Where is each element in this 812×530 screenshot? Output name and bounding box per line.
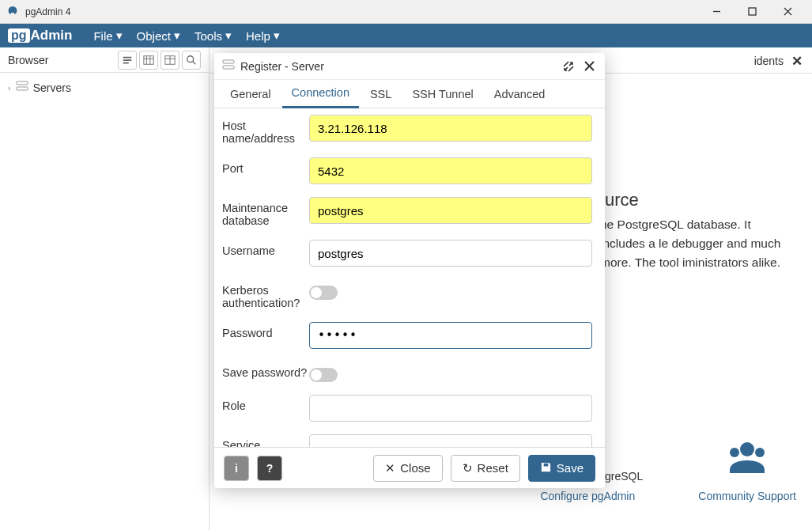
kerberos-toggle[interactable] bbox=[309, 286, 338, 300]
label-host: Host name/address bbox=[222, 115, 309, 145]
menu-help[interactable]: Help▾ bbox=[239, 25, 287, 46]
menu-file[interactable]: File▾ bbox=[86, 25, 129, 46]
svg-rect-14 bbox=[17, 87, 28, 90]
reset-button[interactable]: ↻ Reset bbox=[451, 455, 520, 482]
menubar: pgAdmin File▾ Object▾ Tools▾ Help▾ bbox=[0, 24, 812, 47]
svg-rect-24 bbox=[223, 60, 234, 63]
app-icon bbox=[6, 6, 19, 18]
svg-point-23 bbox=[755, 448, 765, 457]
filter-rows-button[interactable] bbox=[161, 51, 179, 70]
users-icon bbox=[725, 437, 769, 483]
svg-point-11 bbox=[187, 55, 194, 62]
port-input[interactable] bbox=[309, 157, 592, 184]
chevron-down-icon: ▾ bbox=[174, 28, 180, 43]
svg-rect-13 bbox=[17, 81, 28, 85]
tab-general[interactable]: General bbox=[221, 81, 281, 108]
tab-ssl[interactable]: SSL bbox=[361, 81, 401, 108]
svg-line-12 bbox=[193, 61, 196, 64]
username-input[interactable] bbox=[309, 240, 592, 267]
svg-point-21 bbox=[740, 442, 754, 456]
tree-node-label: Servers bbox=[33, 81, 71, 94]
welcome-desc-fragment: he PostgreSQL database. It includes a le… bbox=[600, 215, 798, 272]
maximize-button[interactable] bbox=[735, 0, 770, 24]
register-server-dialog: Register - Server General Connection SSL… bbox=[214, 53, 605, 488]
info-button[interactable]: i bbox=[224, 456, 249, 481]
dialog-expand-button[interactable] bbox=[561, 59, 576, 74]
save-button[interactable]: Save bbox=[528, 455, 595, 482]
server-group-icon bbox=[16, 81, 28, 94]
password-input[interactable] bbox=[309, 322, 592, 349]
service-input[interactable] bbox=[309, 434, 592, 447]
welcome-heading-fragment: urce bbox=[605, 190, 639, 210]
close-button[interactable]: ✕ Close bbox=[373, 455, 442, 482]
help-button[interactable]: ? bbox=[257, 456, 282, 481]
tab-close-button[interactable]: ✕ bbox=[791, 53, 803, 70]
maintenance-db-input[interactable] bbox=[309, 197, 592, 224]
svg-rect-1 bbox=[749, 8, 756, 15]
tree-node-servers[interactable]: › Servers bbox=[8, 79, 201, 96]
query-tool-button[interactable] bbox=[118, 51, 137, 70]
view-data-button[interactable] bbox=[139, 51, 158, 70]
browser-sidebar: Browser › Servers bbox=[0, 47, 210, 530]
dialog-tabs: General Connection SSL SSH Tunnel Advanc… bbox=[214, 80, 605, 108]
chevron-down-icon: ▾ bbox=[225, 28, 232, 43]
dialog-close-button[interactable] bbox=[581, 59, 597, 74]
tab-advanced[interactable]: Advanced bbox=[485, 81, 555, 108]
host-input[interactable] bbox=[309, 115, 592, 142]
label-kerberos: Kerberos authentication? bbox=[222, 279, 309, 309]
search-objects-button[interactable] bbox=[182, 51, 201, 70]
svg-rect-25 bbox=[223, 66, 234, 69]
save-password-toggle[interactable] bbox=[309, 368, 338, 382]
browser-label: Browser bbox=[8, 54, 115, 66]
minimize-button[interactable] bbox=[699, 0, 735, 24]
chevron-down-icon: ▾ bbox=[274, 28, 280, 43]
svg-point-22 bbox=[730, 448, 739, 457]
app-logo: pgAdmin bbox=[8, 28, 72, 44]
label-username: Username bbox=[222, 240, 309, 257]
postgresql-card-fragment: greSQL bbox=[605, 470, 643, 483]
reset-icon: ↻ bbox=[463, 461, 473, 475]
chevron-down-icon: ▾ bbox=[116, 28, 123, 43]
chevron-right-icon: › bbox=[8, 83, 11, 93]
server-icon bbox=[222, 59, 235, 73]
tab-ssh-tunnel[interactable]: SSH Tunnel bbox=[402, 81, 482, 108]
label-service: Service bbox=[222, 434, 309, 447]
label-save-password: Save password? bbox=[222, 362, 309, 379]
close-icon: ✕ bbox=[385, 461, 395, 475]
role-input[interactable] bbox=[309, 395, 592, 422]
label-role: Role bbox=[222, 395, 309, 412]
label-maintenance-db: Maintenance database bbox=[222, 197, 309, 227]
label-password: Password bbox=[222, 322, 309, 339]
dialog-title: Register - Server bbox=[240, 60, 556, 73]
svg-rect-4 bbox=[144, 55, 153, 64]
window-titlebar: pgAdmin 4 bbox=[0, 0, 812, 24]
window-close-button[interactable] bbox=[770, 0, 806, 24]
menu-tools[interactable]: Tools▾ bbox=[187, 25, 239, 46]
window-title: pgAdmin 4 bbox=[25, 6, 699, 17]
tab-connection[interactable]: Connection bbox=[282, 79, 359, 108]
label-port: Port bbox=[222, 157, 309, 175]
card-community-support[interactable]: Community Support bbox=[698, 437, 796, 502]
save-icon bbox=[540, 461, 552, 475]
menu-object[interactable]: Object▾ bbox=[130, 25, 187, 46]
